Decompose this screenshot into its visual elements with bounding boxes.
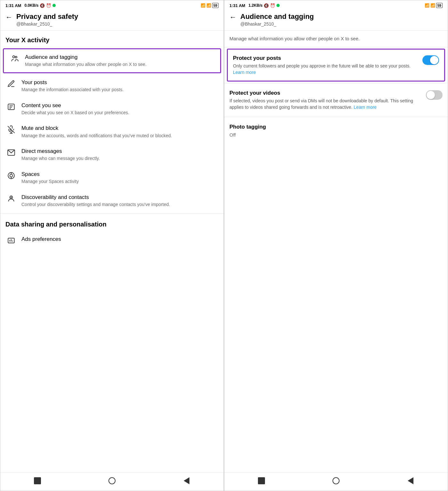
- status-right-right: 📶 📶 59: [425, 3, 443, 8]
- intro-text-right: Manage what information you allow other …: [224, 31, 448, 46]
- protect-videos-text: Protect your videos If selected, videos …: [229, 90, 426, 110]
- protect-posts-link[interactable]: Learn more: [233, 70, 256, 75]
- wifi-icon-right: 📶: [430, 3, 435, 8]
- protect-videos-title: Protect your videos: [229, 90, 422, 97]
- content-see-title: Content you see: [21, 102, 129, 109]
- svg-point-15: [11, 197, 12, 197]
- toggle-knob-posts: [430, 56, 438, 64]
- back-button-right[interactable]: ←: [229, 13, 236, 21]
- ads-text: Ads preferences: [21, 236, 61, 243]
- bottom-nav-left: [0, 472, 224, 491]
- square-icon-left: [34, 477, 41, 484]
- status-left-right: 1:31 AM 1.2KB/s 🔇 ⏰: [229, 3, 280, 8]
- spaces-text: Spaces Manage your Spaces activity: [21, 171, 79, 185]
- time-right: 1:31 AM: [229, 3, 245, 8]
- nav-circle-left[interactable]: [107, 476, 117, 486]
- divider-left: [0, 213, 224, 214]
- toggle-knob-videos: [427, 91, 435, 99]
- protect-posts-toggle[interactable]: [422, 55, 439, 65]
- battery-right: 59: [436, 3, 443, 8]
- signal-icon: 📶: [201, 3, 205, 8]
- content-icon: [5, 103, 17, 111]
- nav-circle-right[interactable]: [331, 476, 341, 486]
- nav-back-right[interactable]: [406, 476, 415, 486]
- setting-protect-posts[interactable]: Protect your posts Only current follower…: [227, 49, 445, 82]
- svg-point-0: [13, 56, 15, 58]
- wifi-icon: 📶: [206, 3, 211, 8]
- spaces-desc: Manage your Spaces activity: [21, 178, 79, 185]
- data-speed-right: 1.2KB/s: [248, 3, 262, 8]
- section-heading-activity: Your X activity: [0, 31, 224, 47]
- menu-item-your-posts[interactable]: Your posts Manage the information associ…: [0, 75, 224, 98]
- dot-green-right: [276, 4, 280, 7]
- mute-icon-right: 🔇: [264, 3, 269, 8]
- protect-posts-desc: Only current followers and people you ap…: [233, 63, 419, 75]
- dot-green-left: [52, 4, 56, 7]
- nav-square-left[interactable]: [33, 476, 42, 486]
- spaces-title: Spaces: [21, 171, 79, 178]
- menu-item-mute-block[interactable]: Mute and block Manage the accounts, word…: [0, 120, 224, 143]
- ads-icon: [5, 236, 17, 245]
- mute-icon: 🔇: [40, 3, 45, 8]
- data-speed-left: 0.0KB/s: [24, 3, 38, 8]
- nav-square-right[interactable]: [257, 476, 266, 486]
- time-left: 1:31 AM: [5, 3, 21, 8]
- dm-desc: Manage who can message you directly.: [21, 155, 100, 162]
- signal-icon-right: 📶: [425, 3, 429, 8]
- nav-back-left[interactable]: [182, 476, 191, 486]
- status-bar-left: 1:31 AM 0.0KB/s 🔇 ⏰ 📶 📶 59: [0, 0, 224, 9]
- back-triangle-left: [184, 477, 189, 484]
- setting-photo-tagging[interactable]: Photo tagging Off: [224, 118, 448, 142]
- svg-point-1: [15, 56, 17, 58]
- audience-icon: [9, 54, 20, 63]
- header-text-left: Privacy and safety @Bhaskar_2510_: [16, 12, 78, 27]
- svg-point-11: [10, 174, 13, 177]
- dm-title: Direct messages: [21, 148, 100, 155]
- mute-block-icon: [5, 125, 17, 134]
- status-bar-right: 1:31 AM 1.2KB/s 🔇 ⏰ 📶 📶 59: [224, 0, 448, 9]
- section-heading-data: Data sharing and personalisation: [0, 215, 224, 231]
- photo-tagging-value: Off: [229, 132, 443, 138]
- menu-item-content-see[interactable]: Content you see Decide what you see on X…: [0, 98, 224, 121]
- svg-rect-2: [8, 104, 14, 109]
- menu-item-audience-tagging[interactable]: Audience and tagging Manage what informa…: [3, 48, 221, 73]
- posts-icon: [5, 80, 17, 88]
- menu-item-discoverability[interactable]: Discoverability and contacts Control you…: [0, 189, 224, 212]
- username-left: @Bhaskar_2510_: [16, 21, 78, 27]
- protect-posts-row: Protect your posts Only current follower…: [233, 55, 439, 75]
- dm-text: Direct messages Manage who can message y…: [21, 148, 100, 162]
- menu-item-ads[interactable]: Ads preferences: [0, 231, 224, 249]
- divider-right-top: [224, 47, 448, 47]
- protect-posts-text: Protect your posts Only current follower…: [233, 55, 422, 75]
- header-text-right: Audience and tagging @Bhaskar_2510_: [240, 12, 314, 27]
- discoverability-text: Discoverability and contacts Control you…: [21, 194, 170, 208]
- mute-block-title: Mute and block: [21, 125, 172, 132]
- square-icon-right: [258, 477, 265, 484]
- spaces-icon: [5, 171, 17, 180]
- protect-videos-toggle[interactable]: [426, 90, 443, 100]
- right-phone: 1:31 AM 1.2KB/s 🔇 ⏰ 📶 📶 59 ← Audience an…: [224, 0, 448, 491]
- photo-tagging-title: Photo tagging: [229, 123, 443, 131]
- back-button-left[interactable]: ←: [5, 13, 12, 21]
- your-posts-title: Your posts: [21, 79, 124, 86]
- left-phone: 1:31 AM 0.0KB/s 🔇 ⏰ 📶 📶 59 ← Privacy and…: [0, 0, 224, 491]
- protect-videos-link[interactable]: Learn more: [354, 105, 377, 110]
- page-title-left: Privacy and safety: [16, 12, 78, 21]
- content-see-desc: Decide what you see on X based on your p…: [21, 110, 129, 116]
- page-title-right: Audience and tagging: [240, 12, 314, 21]
- circle-icon-right: [332, 477, 340, 484]
- mute-block-text: Mute and block Manage the accounts, word…: [21, 125, 172, 139]
- status-left: 1:31 AM 0.0KB/s 🔇 ⏰: [5, 3, 56, 8]
- bottom-nav-right: [224, 472, 448, 491]
- discoverability-desc: Control your discoverability settings an…: [21, 202, 170, 208]
- divider-right-bot: [224, 117, 448, 117]
- menu-item-spaces[interactable]: Spaces Manage your Spaces activity: [0, 166, 224, 189]
- menu-item-direct-messages[interactable]: Direct messages Manage who can message y…: [0, 143, 224, 166]
- content-see-text: Content you see Decide what you see on X…: [21, 102, 129, 116]
- status-right-left: 📶 📶 59: [201, 3, 219, 8]
- your-posts-text: Your posts Manage the information associ…: [21, 79, 124, 93]
- mute-block-desc: Manage the accounts, words and notificat…: [21, 133, 172, 139]
- back-triangle-right: [408, 477, 413, 484]
- protect-posts-title: Protect your posts: [233, 55, 419, 62]
- setting-protect-videos[interactable]: Protect your videos If selected, videos …: [224, 84, 448, 115]
